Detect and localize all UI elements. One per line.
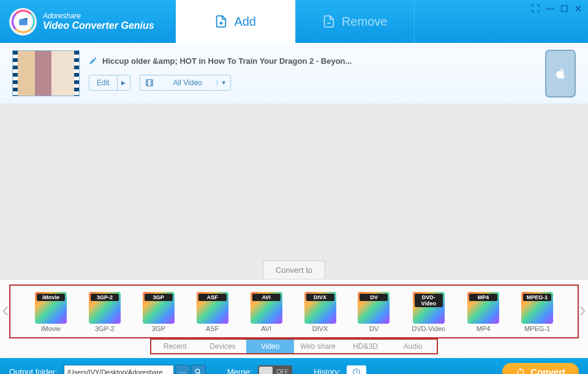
play-icon[interactable]: ▶ — [118, 75, 130, 90]
file-row: Hiccup older &amp; HOT in How To Train Y… — [0, 43, 588, 104]
file-controls: Edit ▶ All Video ▼ — [89, 75, 536, 91]
merge-toggle[interactable]: OFF — [258, 365, 292, 375]
category-devices[interactable]: Devices — [199, 340, 247, 353]
format-label: DVD-Video — [412, 325, 445, 332]
format-badge: MP4 — [469, 294, 497, 301]
toggle-state: OFF — [276, 368, 288, 374]
format-badge: iMovie — [37, 294, 65, 301]
format-icon: 3GP — [143, 292, 175, 324]
feedback-button[interactable]: ⛶ — [531, 4, 540, 13]
content-area: Hiccup older &amp; HOT in How To Train Y… — [0, 43, 588, 261]
video-track-dropdown[interactable]: All Video ▼ — [140, 75, 231, 91]
convert-label: Convert — [530, 367, 565, 374]
format-badge: MPEG-1 — [523, 294, 551, 301]
format-3gp-2[interactable]: 3GP-23GP-2 — [89, 292, 121, 332]
format-avi[interactable]: AVIAVI — [251, 292, 282, 332]
dropdown-value: All Video — [159, 78, 217, 87]
file-title-row: Hiccup older &amp; HOT in How To Train Y… — [89, 56, 536, 66]
svg-rect-1 — [146, 79, 153, 86]
format-asf[interactable]: ASFASF — [197, 292, 228, 332]
edit-button[interactable]: Edit ▶ — [89, 75, 130, 91]
convert-icon — [516, 367, 526, 375]
file-plus-icon — [214, 15, 228, 28]
format-3gp[interactable]: 3GP3GP — [143, 292, 175, 332]
next-arrow[interactable]: › — [579, 297, 586, 321]
history-button[interactable] — [347, 365, 366, 375]
format-badge: ASF — [198, 294, 227, 301]
formats-wrap: ‹ › iMovieiMovie3GP-23GP-23GP3GPASFASFAV… — [0, 279, 588, 358]
format-icon: DIVX — [304, 292, 336, 324]
format-label: ASF — [197, 325, 228, 332]
open-folder-button[interactable] — [191, 365, 206, 375]
category-row: RecentDevicesVideoWeb shareHD&3DAudio — [150, 338, 438, 354]
brand-top: Adoreshare — [43, 12, 154, 20]
header-tabs: Add Remove — [176, 0, 415, 43]
convert-button[interactable]: Convert — [502, 363, 579, 374]
path-box: /Users/IVY/Desktop/Adoreshare ··· — [64, 365, 206, 375]
search-icon — [194, 368, 202, 374]
output-folder-label: Output folder: — [9, 367, 58, 374]
format-imovie[interactable]: iMovieiMovie — [35, 292, 67, 332]
header: Adoreshare Video Converter Genius Add Re… — [0, 0, 588, 43]
minimize-button[interactable]: — — [546, 4, 554, 13]
format-badge: 3GP-2 — [91, 294, 119, 301]
merge-label: Merge: — [227, 367, 252, 374]
pencil-icon[interactable] — [89, 56, 97, 65]
category-video[interactable]: Video — [246, 340, 294, 353]
browse-button[interactable]: ··· — [175, 365, 190, 375]
format-badge: 3GP — [145, 294, 173, 301]
logo-wrap: Adoreshare Video Converter Genius — [0, 8, 154, 36]
format-icon: DVD-Video — [413, 292, 445, 324]
format-badge: DIVX — [306, 294, 334, 301]
remove-label: Remove — [342, 15, 387, 29]
add-label: Add — [234, 15, 256, 29]
category-hd3d[interactable]: HD&3D — [342, 340, 390, 353]
toggle-knob — [259, 367, 273, 375]
format-label: MPEG-1 — [521, 325, 553, 332]
format-label: 3GP — [143, 325, 175, 332]
bottom-bar: Output folder: /Users/IVY/Desktop/Adores… — [0, 358, 588, 374]
remove-tab[interactable]: Remove — [295, 0, 415, 43]
format-label: iMovie — [35, 325, 67, 332]
apple-icon — [554, 67, 567, 80]
close-button[interactable]: ✕ — [575, 4, 582, 13]
format-badge: AVI — [252, 294, 281, 301]
clock-icon — [352, 368, 361, 375]
category-audio[interactable]: Audio — [389, 340, 437, 353]
format-mp4[interactable]: MP4MP4 — [467, 292, 499, 332]
video-thumbnail[interactable] — [12, 50, 80, 96]
format-label: DIVX — [304, 325, 336, 332]
format-label: MP4 — [467, 325, 499, 332]
formats-list: iMovieiMovie3GP-23GP-23GP3GPASFASFAVIAVI… — [13, 292, 575, 332]
convert-to-section: Convert to — [0, 261, 588, 279]
add-tab[interactable]: Add — [176, 0, 295, 43]
file-remove-icon — [322, 15, 336, 28]
format-label: DV — [358, 325, 390, 332]
brand-bottom: Video Converter Genius — [43, 20, 154, 31]
format-dvd-video[interactable]: DVD-VideoDVD-Video — [412, 292, 445, 332]
maximize-button[interactable]: ☐ — [560, 4, 568, 13]
format-dv[interactable]: DVDV — [358, 292, 390, 332]
chevron-down-icon: ▼ — [217, 80, 230, 86]
prev-arrow[interactable]: ‹ — [2, 297, 9, 321]
category-webshare[interactable]: Web share — [294, 340, 342, 353]
edit-label: Edit — [89, 75, 118, 90]
format-mpeg-1[interactable]: MPEG-1MPEG-1 — [521, 292, 553, 332]
brand-text: Adoreshare Video Converter Genius — [43, 12, 154, 31]
format-divx[interactable]: DIVXDIVX — [304, 292, 336, 332]
format-icon: MP4 — [467, 292, 499, 324]
format-icon: AVI — [251, 292, 282, 324]
output-path-input[interactable]: /Users/IVY/Desktop/Adoreshare — [64, 365, 174, 375]
format-badge: DV — [360, 294, 388, 301]
format-label: AVI — [251, 325, 282, 332]
format-badge: DVD-Video — [415, 294, 443, 307]
file-info: Hiccup older &amp; HOT in How To Train Y… — [89, 56, 536, 91]
format-label: 3GP-2 — [89, 325, 121, 332]
device-preview[interactable] — [545, 50, 576, 97]
category-recent[interactable]: Recent — [151, 340, 199, 353]
format-icon: DV — [358, 292, 390, 324]
window-buttons: ⛶ — ☐ ✕ — [531, 4, 582, 13]
film-icon — [140, 78, 159, 87]
formats-box: ‹ › iMovieiMovie3GP-23GP-23GP3GPASFASFAV… — [9, 284, 579, 338]
app-logo — [9, 8, 37, 36]
